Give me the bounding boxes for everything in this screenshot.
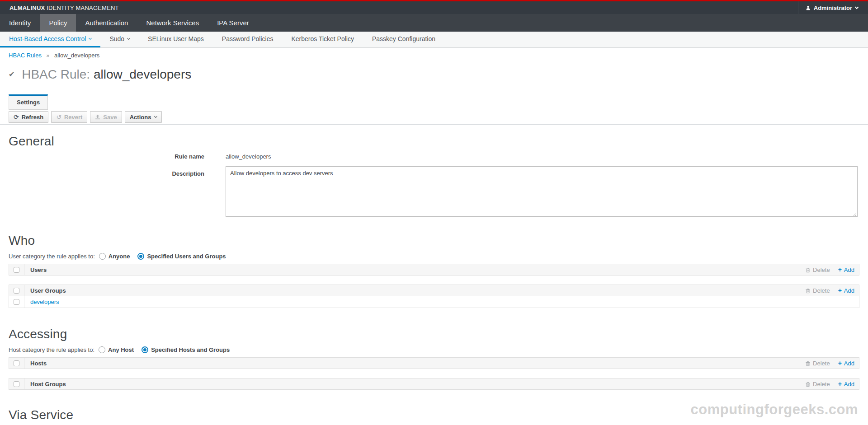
radio-label: Anyone: [108, 253, 130, 260]
delete-label: Delete: [813, 287, 830, 294]
host-groups-table-title: Host Groups: [30, 381, 66, 388]
users-delete-button[interactable]: Delete: [805, 266, 830, 273]
user-category-row: User category the rule applies to: Anyon…: [9, 253, 859, 260]
users-table-header: Users Delete + Add: [9, 264, 859, 276]
user-group-link-developers[interactable]: developers: [30, 299, 59, 305]
user-name: Administrator: [814, 5, 852, 11]
page-title: ✔ HBAC Rule: allow_developers: [9, 67, 859, 82]
primary-nav: Identity Policy Authentication Network S…: [0, 14, 868, 32]
users-table-title: Users: [30, 266, 47, 273]
hosts-add-button[interactable]: + Add: [838, 360, 854, 367]
host-groups-add-button[interactable]: + Add: [838, 381, 854, 388]
page-title-prefix: HBAC Rule:: [22, 67, 90, 81]
hosts-table-title: Hosts: [30, 360, 47, 367]
caret-down-icon: [154, 115, 157, 118]
masthead: ALMALINUX IDENTITY MANAGEMENT Administra…: [0, 1, 868, 14]
watermark: computingforgeeks.com: [691, 402, 859, 418]
subnav-tab-label: SELinux User Maps: [148, 35, 204, 42]
breadcrumb-current: allow_developers: [54, 52, 99, 59]
actions-button[interactable]: Actions: [125, 111, 162, 123]
rule-name-label: Rule name: [9, 153, 204, 160]
nav-tab-authentication[interactable]: Authentication: [76, 14, 137, 32]
refresh-button[interactable]: ⟳ Refresh: [9, 111, 48, 123]
plus-icon: +: [838, 287, 842, 294]
user-category-specified-radio[interactable]: Specified Users and Groups: [137, 253, 226, 260]
subnav-tab-label: Host-Based Access Control: [9, 35, 86, 42]
rule-name-row: Rule name allow_developers: [9, 153, 859, 160]
add-label: Add: [844, 266, 854, 273]
users-add-button[interactable]: + Add: [838, 266, 854, 273]
breadcrumb-link-hbac-rules[interactable]: HBAC Rules: [9, 52, 42, 59]
radio-label: Specified Users and Groups: [147, 253, 226, 260]
brand-subtitle: IDENTITY MANAGEMENT: [47, 5, 119, 11]
nav-tab-network-services[interactable]: Network Services: [137, 14, 208, 32]
section-heading-who: Who: [9, 234, 859, 248]
host-groups-delete-button[interactable]: Delete: [805, 381, 830, 388]
section-heading-accessing: Accessing: [9, 327, 859, 341]
host-category-anyhost-radio[interactable]: Any Host: [99, 346, 134, 353]
caret-down-icon: [127, 37, 130, 40]
revert-label: Revert: [64, 114, 82, 121]
subnav-tab-kerberos-ticket-policy[interactable]: Kerberos Ticket Policy: [282, 32, 363, 47]
revert-icon: ↺: [56, 114, 61, 120]
user-groups-table-header: User Groups Delete + Add: [9, 285, 859, 296]
refresh-label: Refresh: [22, 114, 43, 121]
nav-tab-label: Policy: [49, 19, 67, 27]
host-category-specified-radio[interactable]: Specified Hosts and Groups: [142, 346, 230, 353]
plus-icon: +: [838, 381, 842, 387]
radio-icon: [99, 346, 105, 353]
nav-tab-label: Authentication: [85, 19, 128, 27]
radio-icon: [99, 253, 106, 260]
user-icon: [806, 5, 811, 10]
nav-tab-label: Identity: [9, 19, 31, 27]
description-textarea[interactable]: Allow developers to access dev servers: [226, 166, 858, 217]
breadcrumb-separator: »: [47, 52, 50, 59]
radio-label: Specified Hosts and Groups: [151, 346, 230, 353]
subnav-tab-passkey-configuration[interactable]: Passkey Configuration: [363, 32, 444, 47]
tab-settings[interactable]: Settings: [9, 94, 48, 110]
plus-icon: +: [838, 266, 842, 273]
user-menu[interactable]: Administrator: [798, 1, 868, 14]
host-groups-select-all-checkbox[interactable]: [14, 381, 19, 387]
radio-label: Any Host: [108, 346, 134, 353]
nav-tab-policy[interactable]: Policy: [40, 14, 76, 32]
nav-tab-identity[interactable]: Identity: [0, 14, 40, 32]
save-button[interactable]: Save: [90, 111, 122, 123]
subnav-tab-label: Passkey Configuration: [372, 35, 435, 42]
add-label: Add: [844, 360, 854, 367]
host-category-row: Host category the rule applies to: Any H…: [9, 346, 859, 353]
hosts-select-all-checkbox[interactable]: [14, 360, 19, 366]
description-row: Description Allow developers to access d…: [9, 166, 859, 218]
delete-label: Delete: [813, 360, 830, 367]
host-groups-table-header: Host Groups Delete + Add: [9, 378, 859, 390]
hosts-delete-button[interactable]: Delete: [805, 360, 830, 367]
table-row: developers: [9, 296, 859, 308]
user-groups-select-all-checkbox[interactable]: [14, 288, 19, 294]
subnav-tab-password-policies[interactable]: Password Policies: [213, 32, 283, 47]
section-heading-general: General: [9, 134, 859, 149]
radio-checked-icon: [142, 346, 148, 353]
users-select-all-checkbox[interactable]: [14, 267, 19, 273]
host-category-label: Host category the rule applies to:: [9, 346, 94, 353]
trash-icon: [805, 360, 811, 366]
user-category-anyone-radio[interactable]: Anyone: [99, 253, 130, 260]
main-content: HBAC Rules » allow_developers ✔ HBAC Rul…: [0, 52, 868, 422]
toolbar-divider: [0, 124, 868, 125]
facet-tabs: Settings: [9, 94, 859, 110]
nav-tab-ipa-server[interactable]: IPA Server: [208, 14, 258, 32]
nav-tab-label: IPA Server: [217, 19, 249, 27]
subnav-tab-selinux-user-maps[interactable]: SELinux User Maps: [139, 32, 213, 47]
revert-button[interactable]: ↺ Revert: [51, 111, 87, 123]
subnav-tab-sudo[interactable]: Sudo: [100, 32, 139, 47]
subnav-tab-label: Password Policies: [222, 35, 274, 42]
radio-checked-icon: [137, 253, 144, 260]
user-groups-delete-button[interactable]: Delete: [805, 287, 830, 294]
page-root: ALMALINUX IDENTITY MANAGEMENT Administra…: [0, 0, 868, 422]
subnav-tab-hbac[interactable]: Host-Based Access Control: [0, 32, 100, 47]
brand-name: ALMALINUX: [9, 5, 45, 11]
add-label: Add: [844, 381, 854, 388]
actions-label: Actions: [130, 114, 151, 121]
user-group-row-checkbox[interactable]: [14, 299, 19, 305]
user-groups-add-button[interactable]: + Add: [838, 287, 854, 294]
caret-down-icon: [89, 37, 92, 40]
